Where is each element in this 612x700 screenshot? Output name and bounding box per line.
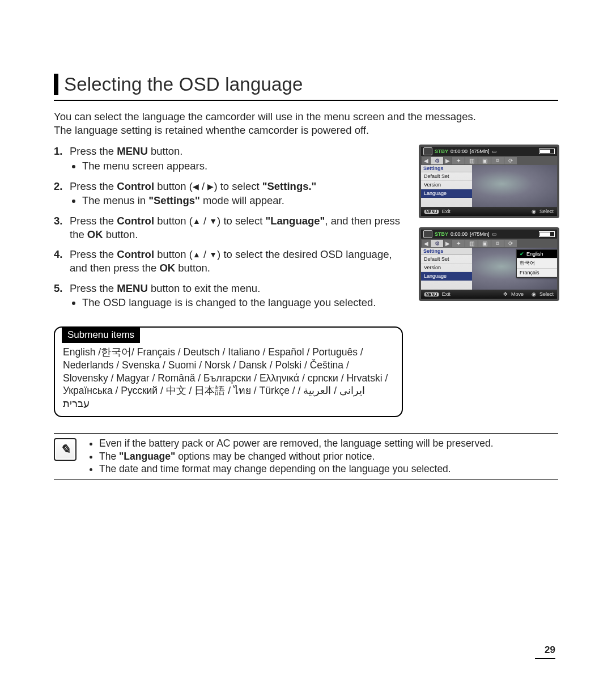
notes-row: ✎ Even if the battery pack or AC power a… [54, 437, 558, 476]
step-number: 4. [54, 248, 62, 261]
tab-icon: ▥ [465, 157, 478, 164]
select-label: Select [539, 291, 554, 297]
right-arrow-icon: ▶ [207, 182, 214, 192]
lcd-scene: Settings Default Set Version Language ✔E… [421, 248, 557, 290]
ok-keyword: OK [87, 228, 103, 240]
step-number: 5. [54, 282, 62, 295]
panel-item-default-set: Default Set [421, 172, 472, 181]
stby-indicator: STBY [435, 231, 448, 237]
settings-keyword: "Settings." [262, 180, 317, 192]
text: Press the [70, 215, 117, 227]
text: button ( [154, 248, 193, 260]
step-number: 2. [54, 180, 62, 193]
down-arrow-icon: ▼ [209, 250, 217, 260]
lcd-screenshot-settings: STBY 0:00:00 [475Min] ▭ ◀ ⚙ ▶ ✦ ▥ ▣ ⧈ ⟳ [419, 145, 559, 218]
tab-prev-icon: ◀ [422, 240, 430, 247]
lang-option-french: Français [517, 269, 559, 277]
language-keyword: "Language" [265, 215, 325, 227]
tab-settings-icon: ⚙ [431, 157, 443, 164]
page-number: 29 [545, 644, 555, 656]
down-arrow-icon: ▼ [209, 217, 217, 227]
text: Press the [70, 145, 117, 157]
heading-text: Selecting the OSD language [64, 74, 303, 95]
note-icon: ✎ [54, 438, 76, 461]
text: button. [103, 228, 138, 240]
menu-keyword: MENU [117, 145, 147, 157]
panel-title-settings: Settings [421, 248, 472, 255]
tab-icon: ▥ [465, 240, 478, 247]
camcorder-icon [423, 147, 432, 155]
page-number-bar [535, 658, 555, 659]
manual-page: Selecting the OSD language You can selec… [0, 0, 612, 700]
tab-icon: ⧈ [491, 240, 504, 247]
select-label: Select [539, 209, 554, 214]
note-item: The date and time format may change depe… [99, 463, 494, 476]
tab-icon: ✦ [452, 240, 465, 247]
notes-list: Even if the battery pack or AC power are… [88, 437, 494, 476]
menu-keyword: MENU [117, 282, 147, 294]
language-popup: ✔English 한국어 Français [516, 249, 559, 278]
panel-item-version: Version [421, 181, 472, 189]
lcd-preview-image [472, 165, 557, 207]
heading-accent-bar [54, 74, 58, 95]
step-1: 1. Press the MENU button. The menu scree… [54, 145, 403, 172]
lcd-bottom-bar: MENU Exit ◉ Select [421, 207, 557, 216]
lcd-bottom-bar: MENU Exit ✥ Move ◉ Select [421, 290, 557, 299]
notes-bottom-rule [54, 479, 558, 480]
text: button. [175, 262, 210, 274]
note-item: Even if the battery pack or AC power are… [99, 437, 494, 450]
lcd-tab-strip: ◀ ⚙ ▶ ✦ ▥ ▣ ⧈ ⟳ [421, 156, 557, 165]
steps-column: 1. Press the MENU button. The menu scree… [54, 145, 403, 417]
camcorder-icon [423, 230, 432, 238]
ok-keyword: OK [159, 262, 175, 274]
text: Press the [70, 248, 117, 260]
tab-icon: ⧈ [491, 157, 504, 164]
text: button to exit the menu. [148, 282, 261, 294]
up-arrow-icon: ▲ [193, 217, 201, 227]
control-keyword: Control [117, 215, 154, 227]
up-arrow-icon: ▲ [193, 250, 201, 260]
stby-indicator: STBY [435, 149, 448, 154]
text: options may be changed without prior not… [175, 451, 375, 462]
time-display: 0:00:00 [450, 231, 468, 237]
settings-keyword: "Settings" [148, 194, 200, 206]
left-arrow-icon: ◀ [193, 182, 199, 192]
battery-icon [539, 231, 555, 237]
page-heading: Selecting the OSD language [54, 74, 558, 95]
exit-label: Exit [442, 209, 450, 214]
heading-rule [54, 100, 558, 101]
menu-tag-icon: MENU [424, 210, 439, 214]
panel-item-language-selected: Language [421, 272, 472, 281]
lcd-topbar: STBY 0:00:00 [475Min] ▭ [421, 230, 557, 239]
language-keyword: "Language" [119, 451, 175, 462]
tab-icon: ▣ [478, 240, 491, 247]
lang-option-korean: 한국어 [517, 258, 559, 269]
screenshots-column: STBY 0:00:00 [475Min] ▭ ◀ ⚙ ▶ ✦ ▥ ▣ ⧈ ⟳ [419, 145, 566, 417]
remain-display: [475Min] [470, 231, 490, 237]
lcd-tab-strip: ◀ ⚙ ▶ ✦ ▥ ▣ ⧈ ⟳ [421, 239, 557, 248]
lcd-screenshot-language: STBY 0:00:00 [475Min] ▭ ◀ ⚙ ▶ ✦ ▥ ▣ ⧈ ⟳ [419, 227, 559, 301]
tab-icon: ⟳ [504, 240, 517, 247]
time-display: 0:00:00 [450, 149, 468, 154]
card-icon: ▭ [492, 149, 497, 154]
text: ) to select [214, 180, 262, 192]
intro-line-1: You can select the language the camcorde… [54, 111, 476, 122]
intro-line-2: The language setting is retained whenthe… [54, 124, 369, 136]
control-keyword: Control [117, 248, 154, 260]
card-icon: ▭ [492, 231, 497, 237]
tab-prev-icon: ◀ [422, 157, 430, 164]
submenu-items-box: Submenu items English /한국어/ Français / D… [54, 326, 403, 417]
lcd-scene: Settings Default Set Version Language [421, 165, 557, 207]
text: ) to select [217, 215, 265, 227]
substep: The menus in "Settings" mode will appear… [82, 194, 403, 207]
notes-top-rule [54, 433, 558, 434]
move-label: Move [511, 291, 524, 297]
substep: The OSD language is is changed to the la… [82, 296, 403, 309]
remain-display: [475Min] [470, 149, 490, 154]
intro-text: You can select the language the camcorde… [54, 110, 558, 137]
step-3: 3. Press the Control button (▲ / ▼) to s… [54, 214, 403, 241]
panel-item-default-set: Default Set [421, 255, 472, 264]
lcd-side-panel: Settings Default Set Version Language [421, 165, 472, 207]
panel-item-version: Version [421, 264, 472, 272]
substep-list: The menus in "Settings" mode will appear… [70, 194, 403, 207]
